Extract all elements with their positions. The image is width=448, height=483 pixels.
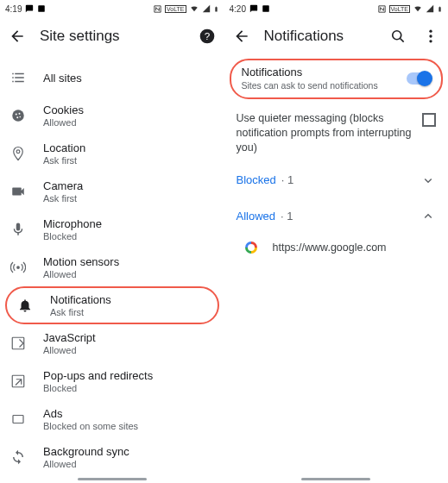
toggle-switch[interactable] bbox=[407, 72, 431, 85]
nav-bar bbox=[0, 478, 224, 481]
wifi-icon bbox=[189, 4, 199, 13]
battery-icon bbox=[437, 4, 443, 14]
overflow-button[interactable] bbox=[420, 26, 441, 47]
chevron-down-icon bbox=[420, 172, 436, 188]
row-motion-sensors[interactable]: Motion sensorsAllowed bbox=[0, 248, 224, 286]
row-background-sync[interactable]: Background syncAllowed bbox=[0, 438, 224, 476]
app-icon bbox=[37, 4, 46, 13]
list-icon bbox=[9, 70, 28, 85]
svg-rect-0 bbox=[39, 5, 46, 12]
popup-icon bbox=[9, 373, 28, 389]
volte-icon: VoLTE bbox=[165, 5, 186, 13]
row-javascript[interactable]: JavaScriptAllowed bbox=[0, 324, 224, 362]
screen-notifications: 4:20 VoLTE Notifications Notifications S… bbox=[224, 0, 449, 483]
site-row-google[interactable]: https://www.google.com bbox=[224, 235, 449, 260]
row-popups[interactable]: Pop-ups and redirectsBlocked bbox=[0, 362, 224, 400]
cookie-icon bbox=[9, 108, 28, 123]
quieter-messaging-row[interactable]: Use quieter messaging (blocks notificati… bbox=[224, 104, 449, 162]
appbar: Site settings ? bbox=[0, 17, 224, 55]
nfc-icon bbox=[153, 4, 162, 14]
wifi-icon bbox=[413, 4, 423, 13]
blocked-label: Blocked bbox=[237, 173, 276, 186]
screen-site-settings: 4:19 VoLTE Site settings ? All sites Coo… bbox=[0, 0, 224, 483]
battery-icon bbox=[213, 4, 219, 14]
more-vert-icon bbox=[422, 28, 439, 45]
row-ads[interactable]: AdsBlocked on some sites bbox=[0, 400, 224, 438]
chevron-up-icon bbox=[420, 209, 436, 224]
allowed-section[interactable]: Allowed · 1 bbox=[224, 198, 449, 235]
quieter-checkbox[interactable] bbox=[422, 113, 436, 127]
volte-icon: VoLTE bbox=[389, 5, 411, 13]
toggle-label: Notifications bbox=[242, 66, 407, 78]
arrow-left-icon bbox=[233, 28, 250, 45]
notifications-toggle-row[interactable]: Notifications Sites can ask to send noti… bbox=[230, 59, 444, 99]
back-button[interactable] bbox=[7, 26, 28, 47]
javascript-icon bbox=[9, 336, 28, 351]
quieter-label: Use quieter messaging (blocks notificati… bbox=[237, 111, 414, 155]
row-cookies[interactable]: CookiesAllowed bbox=[0, 97, 224, 135]
toggle-sub: Sites can ask to send notifications bbox=[242, 80, 407, 91]
arrow-left-icon bbox=[9, 28, 26, 45]
svg-point-5 bbox=[19, 113, 21, 115]
mic-icon bbox=[9, 222, 28, 237]
svg-rect-11 bbox=[13, 416, 23, 423]
svg-point-4 bbox=[16, 114, 17, 116]
blocked-count: · 1 bbox=[281, 173, 293, 186]
status-time: 4:20 bbox=[230, 4, 246, 14]
app-icon bbox=[262, 4, 270, 13]
nav-bar bbox=[224, 478, 449, 481]
row-location[interactable]: LocationAsk first bbox=[0, 135, 224, 172]
camera-icon bbox=[9, 184, 28, 199]
allowed-count: · 1 bbox=[281, 210, 293, 223]
svg-point-8 bbox=[16, 266, 20, 269]
svg-point-16 bbox=[429, 40, 432, 42]
svg-rect-12 bbox=[262, 5, 269, 12]
search-button[interactable] bbox=[388, 26, 408, 47]
page-title: Notifications bbox=[264, 28, 376, 45]
message-icon bbox=[249, 4, 258, 13]
svg-point-14 bbox=[429, 30, 432, 33]
ads-icon bbox=[9, 411, 28, 427]
location-icon bbox=[9, 146, 28, 161]
help-icon: ? bbox=[199, 28, 216, 45]
help-button[interactable]: ? bbox=[197, 26, 218, 47]
allowed-label: Allowed bbox=[237, 210, 276, 223]
svg-point-6 bbox=[16, 116, 18, 118]
message-icon bbox=[25, 4, 34, 13]
svg-rect-9 bbox=[12, 337, 24, 349]
status-time: 4:19 bbox=[5, 4, 22, 14]
google-favicon bbox=[245, 242, 257, 254]
svg-rect-10 bbox=[12, 375, 24, 387]
site-url: https://www.google.com bbox=[273, 242, 387, 254]
svg-point-13 bbox=[393, 31, 401, 40]
settings-list: All sites CookiesAllowed LocationAsk fir… bbox=[0, 55, 224, 476]
row-camera[interactable]: CameraAsk first bbox=[0, 172, 224, 210]
svg-point-7 bbox=[19, 116, 21, 118]
row-all-sites[interactable]: All sites bbox=[0, 59, 224, 97]
bell-icon bbox=[16, 298, 35, 313]
svg-text:?: ? bbox=[204, 30, 210, 41]
search-icon bbox=[389, 28, 407, 45]
status-bar: 4:20 VoLTE bbox=[224, 0, 449, 17]
blocked-section[interactable]: Blocked · 1 bbox=[224, 162, 449, 198]
row-microphone[interactable]: MicrophoneBlocked bbox=[0, 210, 224, 248]
back-button[interactable] bbox=[231, 26, 252, 47]
row-notifications[interactable]: NotificationsAsk first bbox=[5, 286, 219, 324]
svg-point-15 bbox=[429, 34, 432, 37]
svg-point-3 bbox=[12, 110, 24, 122]
appbar: Notifications bbox=[224, 17, 449, 55]
sensors-icon bbox=[9, 260, 28, 275]
status-bar: 4:19 VoLTE bbox=[0, 0, 224, 17]
signal-icon bbox=[426, 4, 434, 13]
page-title: Site settings bbox=[40, 28, 185, 45]
nfc-icon bbox=[377, 4, 387, 14]
signal-icon bbox=[202, 4, 211, 13]
sync-icon bbox=[9, 449, 28, 465]
